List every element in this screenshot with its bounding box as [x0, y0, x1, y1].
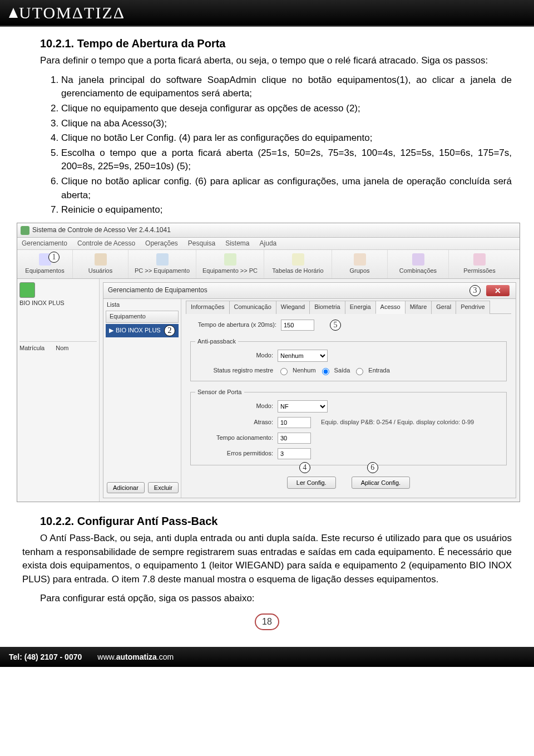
callout-6: 6: [367, 462, 378, 473]
tab-informacoes[interactable]: Informações: [186, 301, 230, 314]
erros-label: Erros permitidos:: [195, 449, 273, 458]
menu-item[interactable]: Gerenciamento: [22, 239, 67, 248]
tab-acesso[interactable]: Acesso: [375, 301, 406, 314]
device-name: BIO INOX PLUS: [19, 299, 97, 308]
toolbar-equip-to-pc[interactable]: Equipamento >> PC: [196, 250, 264, 278]
menu-item[interactable]: Pesquisa: [188, 239, 215, 248]
step-item: Reinicie o equipamento;: [61, 203, 512, 217]
apply-config-button[interactable]: Aplicar Config.: [352, 477, 411, 489]
toolbar-pc-to-equip[interactable]: PC >> Equipamento: [128, 250, 196, 278]
menu-item[interactable]: Ajuda: [260, 239, 277, 248]
callout-4: 4: [299, 462, 310, 473]
atraso-label: Atraso:: [195, 418, 273, 427]
toolbar-tabelas[interactable]: Tabelas de Horário: [264, 250, 332, 278]
step-item: Na janela principal do software SoapAdmi…: [61, 73, 512, 101]
toolbar-combinacoes[interactable]: Combinações: [388, 250, 449, 278]
radio-saida[interactable]: [322, 368, 329, 375]
callout-3: 3: [469, 285, 481, 296]
steps-list: Na janela principal do software SoapAdmi…: [22, 73, 512, 217]
tempo-acion-label: Tempo acionamento:: [195, 434, 273, 443]
delete-button[interactable]: Excluir: [148, 482, 179, 493]
step-item: Clique no botão Ler Config. (4) para ler…: [61, 131, 512, 145]
tab-comunicacao[interactable]: Comunicação: [229, 301, 276, 314]
tab-biometria[interactable]: Biometria: [309, 301, 345, 314]
section-1-intro: Para definir o tempo que a porta ficará …: [22, 54, 512, 68]
close-icon[interactable]: ✕: [486, 285, 510, 296]
step-item: Escolha o tempo que a porta ficará abert…: [61, 146, 512, 174]
col-nome: Nom: [56, 344, 68, 353]
modo-label: Modo:: [195, 351, 273, 360]
atraso-input[interactable]: [278, 417, 311, 428]
menu-item[interactable]: Sistema: [225, 239, 249, 248]
window-title: Sistema de Controle de Acesso Ver 2.4.4.…: [32, 225, 171, 235]
upload-icon: [156, 253, 169, 266]
tempo-acion-input[interactable]: [278, 433, 311, 444]
radio-nenhum[interactable]: [280, 368, 288, 375]
toolbar-permissoes[interactable]: Permissões: [449, 250, 510, 278]
section-2-p2: Para configurar está opção, siga os pass…: [22, 592, 512, 606]
page-footer: Tel: (48) 2107 - 0070 www.automatiza.com: [0, 647, 534, 667]
clock-icon: [292, 253, 304, 266]
footer-website: www.automatiza.com: [97, 652, 174, 661]
modo-select[interactable]: Nenhum: [278, 350, 328, 362]
step-item: Clique no equipamento que deseja configu…: [61, 102, 512, 116]
combo-icon: [412, 253, 424, 266]
menu-item[interactable]: Operações: [145, 239, 178, 248]
groups-icon: [354, 253, 366, 266]
equipment-list: Lista Equipamento ▶ BIO INOX PLUS 2 Adic…: [103, 299, 181, 498]
toolbar: Equipamentos 1 Usuários PC >> Equipament…: [17, 250, 520, 279]
tempo-abertura-label: Tempo de abertura (x 20ms):: [190, 321, 276, 330]
sensor-modo-select[interactable]: NF: [278, 400, 328, 413]
toolbar-usuarios[interactable]: Usuários: [73, 250, 128, 278]
users-icon: [95, 253, 107, 266]
atraso-hint: Equip. display P&B: 0-254 / Equip. displ…: [321, 418, 474, 427]
logo-triangle-icon: [9, 8, 18, 18]
list-item-selected[interactable]: ▶ BIO INOX PLUS 2: [106, 324, 179, 337]
download-icon: [224, 253, 236, 266]
footer-tel: Tel: (48) 2107 - 0070: [9, 652, 82, 661]
brand-header: UTOMΔTIZΔ: [0, 0, 534, 27]
callout-5: 5: [330, 320, 341, 331]
sensor-modo-label: Modo:: [195, 402, 273, 411]
read-config-button[interactable]: Ler Config.: [287, 477, 336, 489]
tab-geral[interactable]: Geral: [431, 301, 456, 314]
menu-item[interactable]: Controle de Acesso: [77, 239, 135, 248]
sensor-group: Sensor de Porta Modo: NF Atraso:: [190, 388, 507, 465]
callout-2: 2: [164, 325, 175, 336]
tab-mifare[interactable]: Mifare: [405, 301, 432, 314]
section-2-p1: O Antí Pass-Back, ou seja, anti dupla en…: [22, 532, 512, 587]
section-2-heading: 10.2.2. Configurar Antí Pass-Back: [40, 513, 512, 529]
erros-input[interactable]: [278, 448, 311, 459]
sidebar: BIO INOX PLUS Matrícula Nom: [17, 279, 100, 502]
tab-wiegand[interactable]: Wiegand: [276, 301, 310, 314]
add-button[interactable]: Adicionar: [107, 482, 145, 493]
tabs: Informações Comunicação Wiegand Biometri…: [186, 300, 511, 314]
status-label: Status registro mestre: [195, 366, 273, 375]
inner-panel-title: Gerenciamento de Equipamentos 3 ✕: [103, 282, 516, 299]
anti-passback-group: Anti-passback Modo: Nenhum Status regist…: [190, 337, 507, 381]
device-icon[interactable]: [19, 282, 35, 298]
toolbar-grupos[interactable]: Grupos: [332, 250, 388, 278]
step-item: Clique na aba Acesso(3);: [61, 117, 512, 131]
tab-energia[interactable]: Energia: [345, 301, 376, 314]
menubar: Gerenciamento Controle de Acesso Operaçõ…: [17, 238, 520, 250]
tab-pendrive[interactable]: Pendrive: [456, 301, 490, 314]
callout-1: 1: [48, 252, 60, 263]
list-header: Equipamento: [106, 311, 179, 323]
page-number: 18: [255, 613, 279, 630]
tempo-abertura-input[interactable]: [281, 320, 314, 331]
logo-text: UTOMΔTIZΔ: [19, 3, 125, 22]
window-titlebar: Sistema de Controle de Acesso Ver 2.4.4.…: [17, 223, 520, 238]
app-icon: [21, 226, 29, 235]
toolbar-equipamentos[interactable]: Equipamentos 1: [17, 250, 73, 278]
col-matricula: Matrícula: [19, 344, 44, 353]
perm-icon: [473, 253, 486, 266]
app-screenshot: Sistema de Controle de Acesso Ver 2.4.4.…: [17, 223, 520, 502]
radio-entrada[interactable]: [356, 368, 363, 375]
section-1-heading: 10.2.1. Tempo de Abertura da Porta: [40, 36, 512, 52]
step-item: Clique no botão aplicar config. (6) para…: [61, 175, 512, 202]
list-label: Lista: [103, 299, 181, 310]
